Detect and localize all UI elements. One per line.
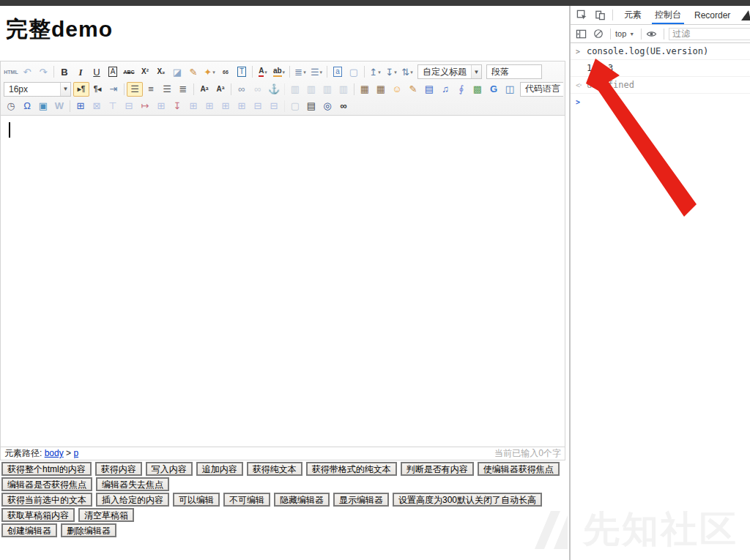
api-button[interactable]: 获得内容 xyxy=(95,462,142,476)
direction-rtl-icon[interactable]: ¶◂ xyxy=(89,82,105,97)
api-button[interactable]: 清空草稿箱 xyxy=(78,508,134,522)
api-button[interactable]: 获得带格式的纯文本 xyxy=(306,462,397,476)
italic-icon[interactable]: I xyxy=(73,64,89,79)
api-button[interactable]: 编辑器失去焦点 xyxy=(96,477,169,491)
align-justify-icon[interactable]: ≣ xyxy=(175,82,191,97)
align-right-icon[interactable]: ☰ xyxy=(159,82,175,97)
align-left-icon[interactable]: ☰ xyxy=(127,82,143,97)
paragraph-spacing-bottom-icon[interactable]: ↧ xyxy=(383,64,399,79)
api-button[interactable]: 获得当前选中的文本 xyxy=(1,493,92,507)
font-border-icon[interactable]: A xyxy=(105,64,121,79)
code-language-select[interactable]: 代码语言 ▼ xyxy=(520,82,563,97)
api-button[interactable]: 判断是否有内容 xyxy=(401,462,474,476)
chevron-down-icon[interactable]: ▼ xyxy=(471,65,481,78)
api-button[interactable]: 隐藏编辑器 xyxy=(274,493,330,507)
api-button[interactable]: 获得整个html的内容 xyxy=(1,462,92,476)
api-button[interactable]: 可以编辑 xyxy=(173,493,220,507)
print-icon[interactable]: ▤ xyxy=(303,99,319,113)
api-button[interactable]: 删除编辑器 xyxy=(61,523,116,537)
font-size-select[interactable]: 16px ▼ xyxy=(4,82,71,97)
preview-icon[interactable]: ◎ xyxy=(319,99,335,113)
google-map-icon[interactable]: G xyxy=(486,82,502,97)
editor-content-area[interactable] xyxy=(1,116,565,447)
image-align-right-icon[interactable]: ▥ xyxy=(335,82,352,97)
api-button[interactable]: 显示编辑器 xyxy=(333,493,389,507)
indent-icon[interactable]: ⇥ xyxy=(105,82,122,97)
unlink-icon[interactable]: ∞ xyxy=(250,82,266,97)
split-cols-icon[interactable]: ⊟ xyxy=(266,99,282,113)
insert-time-icon[interactable]: ◷ xyxy=(3,99,19,113)
line-height-icon[interactable]: ⇅ xyxy=(399,64,415,79)
api-button[interactable]: 获得纯文本 xyxy=(247,462,302,476)
api-button[interactable]: 不可编辑 xyxy=(223,493,270,507)
insert-row-icon[interactable]: ⊞ xyxy=(185,99,201,113)
table-caption-icon[interactable]: ⊤ xyxy=(105,99,121,113)
eraser-icon[interactable]: ◪ xyxy=(169,64,185,79)
redo-icon[interactable]: ↷ xyxy=(35,64,51,79)
special-chars-icon[interactable]: Ω xyxy=(19,99,35,113)
context-selector[interactable]: top ▼ xyxy=(615,29,634,38)
chevron-down-icon[interactable]: ▼ xyxy=(60,83,70,96)
bold-icon[interactable]: B xyxy=(56,64,73,79)
merge-down-icon[interactable]: ⊞ xyxy=(153,99,169,113)
anchor-icon[interactable]: ⚓ xyxy=(266,82,282,97)
merge-right-icon[interactable]: ↦ xyxy=(137,99,153,113)
insert-table-icon[interactable]: ⊞ xyxy=(73,99,89,113)
snap-screen-icon[interactable]: ▣ xyxy=(35,99,51,113)
word-image-icon[interactable]: W xyxy=(51,99,67,113)
image-align-none-icon[interactable]: ▥ xyxy=(287,82,303,97)
to-uppercase-icon[interactable]: Aᵃ xyxy=(196,82,212,97)
element-path-p-link[interactable]: p xyxy=(73,448,78,458)
tab-console[interactable]: 控制台 xyxy=(648,6,688,24)
eye-live-expression-icon[interactable] xyxy=(646,28,657,40)
font-color-icon[interactable]: A xyxy=(255,64,271,79)
insert-col-icon[interactable]: ⊞ xyxy=(201,99,218,113)
split-rows-icon[interactable]: ⊟ xyxy=(250,99,266,113)
api-button[interactable]: 设置高度为300默认关闭了自动长高 xyxy=(393,493,542,507)
delete-row-icon[interactable]: ⊞ xyxy=(218,99,234,113)
delete-col-icon[interactable]: ⊞ xyxy=(234,99,250,113)
insert-music-icon[interactable]: ♫ xyxy=(437,82,453,97)
console-sidebar-icon[interactable] xyxy=(576,28,587,40)
insert-image-icon[interactable]: ▦ xyxy=(357,82,373,97)
api-button[interactable]: 写入内容 xyxy=(146,462,193,476)
image-align-center-icon[interactable]: ▥ xyxy=(319,82,335,97)
auto-typeset-icon[interactable]: ✦ xyxy=(201,64,218,79)
ordered-list-icon[interactable]: ≣ xyxy=(292,64,308,79)
superscript-icon[interactable]: X² xyxy=(137,64,153,79)
clear-doc-icon[interactable]: ▢ xyxy=(346,64,362,79)
paragraph-spacing-top-icon[interactable]: ↥ xyxy=(367,64,383,79)
to-lowercase-icon[interactable]: Aª xyxy=(212,82,229,97)
underline-icon[interactable]: U xyxy=(89,64,105,79)
inspect-element-icon[interactable] xyxy=(576,10,587,21)
split-cell-icon[interactable]: ↧ xyxy=(169,99,185,113)
insert-image-online-icon[interactable]: ▦ xyxy=(373,82,389,97)
image-align-left-icon[interactable]: ▥ xyxy=(303,82,319,97)
api-button[interactable]: 编辑器是否获得焦点 xyxy=(1,477,92,491)
align-center-icon[interactable]: ≡ xyxy=(143,82,159,97)
link-icon[interactable]: ∞ xyxy=(234,82,250,97)
highlight-color-icon[interactable]: ab xyxy=(271,64,287,79)
select-all-icon[interactable]: a xyxy=(330,64,346,79)
edit-note-icon[interactable]: ▢ xyxy=(287,99,303,113)
subscript-icon[interactable]: X₂ xyxy=(153,64,169,79)
tab-recorder[interactable]: Recorder xyxy=(688,6,737,24)
element-path-body-link[interactable]: body xyxy=(45,448,64,458)
emotion-icon[interactable]: ☺ xyxy=(389,82,405,97)
paragraph-select[interactable]: 段落 xyxy=(486,64,542,79)
unordered-list-icon[interactable]: ☰ xyxy=(308,64,324,79)
api-button[interactable]: 使编辑器获得焦点 xyxy=(478,462,560,476)
api-button[interactable]: 获取草稿箱内容 xyxy=(1,508,75,522)
source-code-icon[interactable]: HTML xyxy=(3,64,19,79)
api-button[interactable]: 创建编辑器 xyxy=(1,523,57,537)
scrawl-icon[interactable]: ✎ xyxy=(405,82,421,97)
api-button[interactable]: 追加内容 xyxy=(196,462,243,476)
delete-table-icon[interactable]: ⊠ xyxy=(89,99,105,113)
console-prompt[interactable]: > xyxy=(571,94,750,108)
direction-ltr-icon[interactable]: ▸¶ xyxy=(73,82,89,97)
map-icon[interactable]: ▩ xyxy=(469,82,486,97)
search-replace-icon[interactable]: ∞ xyxy=(335,99,352,113)
attachment-icon[interactable]: ∮ xyxy=(453,82,469,97)
undo-icon[interactable]: ↶ xyxy=(19,64,35,79)
api-button[interactable]: 插入给定的内容 xyxy=(96,493,169,507)
